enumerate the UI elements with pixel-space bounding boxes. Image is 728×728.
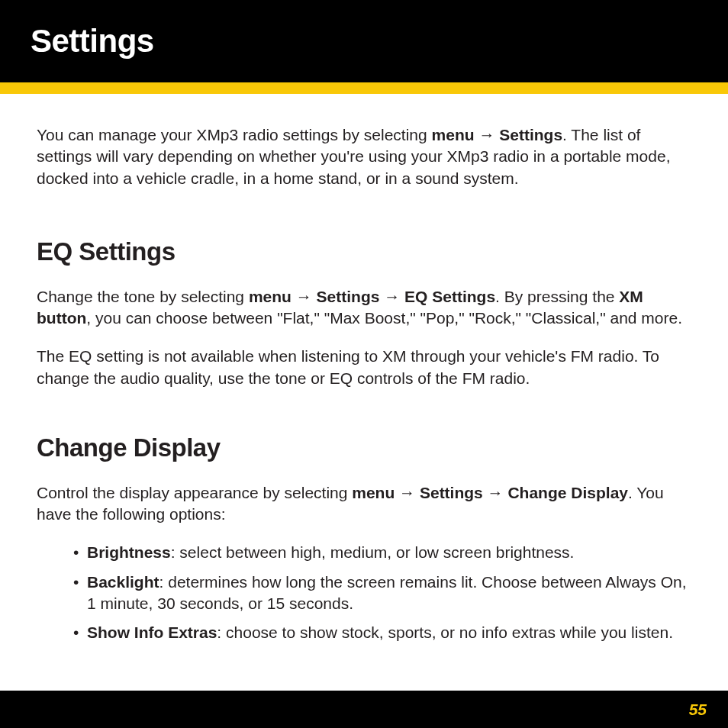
display-paragraph: Control the display appearance by select…	[37, 482, 691, 526]
intro-menu-path: menu → Settings	[432, 126, 563, 143]
bullet-desc: : select between high, medium, or low sc…	[171, 543, 575, 561]
bullet-desc: : choose to show stock, sports, or no in…	[217, 623, 673, 641]
intro-pre: You can manage your XMp3 radio settings …	[37, 126, 432, 143]
eq-p1-a: Change the tone by selecting	[37, 288, 249, 305]
page-title: Settings	[31, 23, 154, 60]
page-number: 55	[689, 701, 707, 719]
list-item: Brightness: select between high, medium,…	[73, 542, 691, 563]
bullet-label: Show Info Extras	[87, 623, 217, 641]
change-display-section: Change Display Control the display appea…	[37, 431, 691, 644]
eq-paragraph-2: The EQ setting is not available when lis…	[37, 346, 691, 389]
content-area: You can manage your XMp3 radio settings …	[0, 94, 728, 644]
eq-heading: EQ Settings	[37, 235, 691, 269]
eq-settings-section: EQ Settings Change the tone by selecting…	[37, 235, 691, 389]
bullet-label: Backlight	[87, 573, 159, 591]
header-bar: Settings	[0, 0, 728, 82]
bullet-label: Brightness	[87, 543, 171, 561]
eq-p1-e: , you can choose between "Flat," "Max Bo…	[86, 309, 682, 327]
display-options-list: Brightness: select between high, medium,…	[37, 542, 691, 643]
footer-bar: 55	[0, 691, 728, 728]
intro-paragraph: You can manage your XMp3 radio settings …	[37, 124, 691, 189]
display-menu-path: menu → Settings → Change Display	[352, 484, 628, 501]
eq-paragraph-1: Change the tone by selecting menu → Sett…	[37, 286, 691, 330]
list-item: Show Info Extras: choose to show stock, …	[73, 622, 691, 643]
display-p1-a: Control the display appearance by select…	[37, 484, 352, 501]
eq-p1-c: . By pressing the	[495, 288, 619, 305]
list-item: Backlight: determines how long the scree…	[73, 572, 691, 615]
accent-bar	[0, 82, 728, 94]
bullet-desc: : determines how long the screen remains…	[87, 573, 687, 612]
eq-menu-path: menu → Settings → EQ Settings	[249, 288, 495, 305]
display-heading: Change Display	[37, 431, 691, 465]
